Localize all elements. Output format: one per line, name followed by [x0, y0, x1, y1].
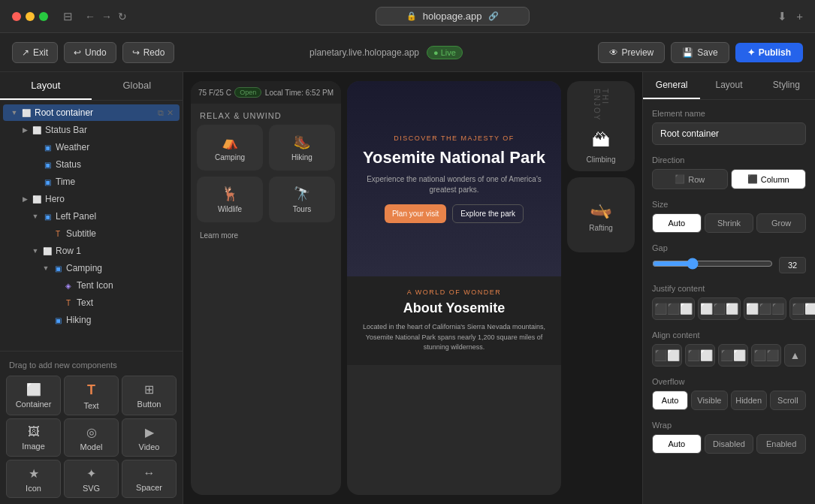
- size-grow-button[interactable]: Grow: [756, 213, 806, 233]
- tab-global[interactable]: Global: [92, 72, 183, 100]
- grid-item-tours: 🔭 Tours: [269, 177, 335, 222]
- gap-slider[interactable]: [652, 258, 773, 270]
- frame-icon: ▣: [53, 315, 63, 325]
- component-text[interactable]: T Text: [64, 376, 119, 415]
- component-model[interactable]: ◎ Model: [64, 418, 119, 457]
- save-button[interactable]: 💾 Save: [671, 42, 729, 63]
- close-traffic-light[interactable]: [12, 12, 21, 21]
- sidebar-item-status[interactable]: ▣ Status: [3, 156, 180, 173]
- tab-styling[interactable]: Styling: [758, 72, 815, 99]
- toolbar: ↗ Exit ↩ Undo ↪ Redo planetary.live.holo…: [0, 33, 815, 72]
- maximize-traffic-light[interactable]: [39, 12, 48, 21]
- frame-icon: ▣: [42, 211, 53, 222]
- tab-layout[interactable]: Layout: [700, 72, 757, 99]
- publish-button[interactable]: ✦ Publish: [735, 43, 803, 62]
- justify-start-button[interactable]: ⬛⬛⬜: [652, 297, 695, 320]
- tours-icon: 🔭: [294, 186, 310, 202]
- text-icon: T: [63, 297, 74, 308]
- hero-buttons: Plan your visit Explore the park: [385, 204, 524, 223]
- back-button[interactable]: ←: [85, 11, 95, 23]
- wrap-disabled-button[interactable]: Disabled: [705, 434, 754, 454]
- component-label: Model: [80, 442, 103, 451]
- component-video[interactable]: ▶ Video: [122, 418, 177, 457]
- canvas-right-col: ENJOY THI 🏔 Climbing 🛶 Rafting: [567, 81, 635, 495]
- align-baseline-button[interactable]: ▲: [784, 344, 806, 367]
- climbing-label: Climbing: [587, 155, 616, 164]
- wildlife-icon: 🦌: [222, 186, 238, 202]
- new-tab-icon[interactable]: +: [796, 10, 803, 23]
- video-comp-icon: ▶: [145, 425, 154, 439]
- undo-button[interactable]: ↩ Undo: [64, 42, 116, 63]
- align-center-button[interactable]: ⬛⬜: [685, 344, 715, 367]
- align-stretch-button[interactable]: ⬛⬛: [751, 344, 781, 367]
- about-subtitle: A WORLD OF WONDER: [359, 288, 549, 296]
- plan-visit-button[interactable]: Plan your visit: [385, 204, 446, 223]
- align-start-button[interactable]: ⬛⬜: [652, 344, 682, 367]
- align-end-button[interactable]: ⬛⬜: [718, 344, 748, 367]
- address-bar[interactable]: 🔒 holopage.app 🔗: [376, 7, 530, 26]
- direction-group: Direction ⬛ Row ⬛ Column: [652, 155, 806, 189]
- sidebar-item-weather[interactable]: ▣ Weather: [3, 139, 180, 155]
- component-image[interactable]: 🖼 Image: [6, 418, 61, 457]
- overflow-scroll-button[interactable]: Scroll: [770, 391, 806, 410]
- item-label: Text: [77, 297, 93, 308]
- relax-text: RELAX & UNWIND: [191, 104, 341, 125]
- element-name-input[interactable]: [652, 122, 806, 145]
- align-buttons: ⬛⬜ ⬛⬜ ⬛⬜ ⬛⬛ ▲: [652, 344, 806, 367]
- frame-icon: ▣: [42, 177, 53, 187]
- component-label: SVG: [83, 484, 100, 493]
- sidebar-item-root[interactable]: ▼ ⬜ Root container ⧉ ✕: [3, 104, 180, 121]
- component-button[interactable]: ⊞ Button: [122, 376, 177, 415]
- tree-actions: ⧉ ✕: [158, 108, 174, 118]
- component-svg[interactable]: ✦ SVG: [64, 460, 119, 498]
- gap-value[interactable]: 32: [779, 257, 806, 273]
- sidebar-item-hiking[interactable]: ▣ Hiking: [3, 312, 180, 328]
- justify-end-button[interactable]: ⬜⬛⬛: [744, 297, 786, 320]
- sidebar-item-row1[interactable]: ▼ ⬜ Row 1: [3, 243, 180, 259]
- components-grid: ⬜ Container T Text ⊞ Button 🖼 Image ◎: [6, 376, 177, 498]
- link-icon: 🔗: [488, 11, 499, 21]
- forward-button[interactable]: →: [101, 11, 112, 23]
- tab-general[interactable]: General: [643, 72, 700, 99]
- sidebar-item-status-bar[interactable]: ▶ ⬜ Status Bar: [3, 122, 180, 138]
- wrap-enabled-button[interactable]: Enabled: [756, 434, 806, 454]
- refresh-button[interactable]: ↻: [118, 11, 127, 23]
- component-container[interactable]: ⬜ Container: [6, 376, 61, 415]
- direction-row-button[interactable]: ⬛ Row: [652, 169, 728, 189]
- sidebar-tabs: Layout Global: [0, 72, 183, 101]
- download-icon[interactable]: ⬇: [777, 10, 787, 23]
- overflow-hidden-button[interactable]: Hidden: [731, 391, 767, 410]
- sidebar-item-text[interactable]: T Text: [3, 294, 180, 311]
- exit-button[interactable]: ↗ Exit: [12, 42, 58, 63]
- component-spacer[interactable]: ↔ Spacer: [122, 460, 177, 498]
- titlebar-sidebar-icon[interactable]: ⊟: [63, 10, 73, 23]
- overflow-visible-button[interactable]: Visible: [691, 391, 727, 410]
- size-auto-button[interactable]: Auto: [652, 213, 702, 233]
- sidebar-item-tent-icon[interactable]: ◈ Tent Icon: [3, 277, 180, 294]
- size-shrink-button[interactable]: Shrink: [705, 213, 754, 233]
- explore-park-button[interactable]: Explore the park: [452, 204, 524, 223]
- minimize-traffic-light[interactable]: [26, 12, 35, 21]
- justify-center-button[interactable]: ⬜⬛⬜: [698, 297, 741, 320]
- sidebar-item-subtitle[interactable]: T Subtitle: [3, 225, 180, 242]
- redo-icon: ↪: [132, 47, 140, 58]
- redo-button[interactable]: ↪ Redo: [122, 42, 175, 63]
- delete-icon[interactable]: ✕: [167, 108, 174, 118]
- open-badge: Open: [234, 87, 261, 98]
- wrap-auto-button[interactable]: Auto: [652, 434, 702, 454]
- component-icon[interactable]: ★ Icon: [6, 460, 61, 498]
- overflow-auto-button[interactable]: Auto: [652, 391, 688, 410]
- sidebar-item-hero[interactable]: ▶ ⬜ Hero: [3, 191, 180, 207]
- item-label: Root container: [35, 107, 93, 118]
- item-label: Subtitle: [66, 228, 96, 239]
- column-label: Column: [761, 175, 789, 184]
- copy-icon[interactable]: ⧉: [158, 108, 164, 118]
- sidebar-item-camping[interactable]: ▼ ▣ Camping: [3, 260, 180, 276]
- component-label: Icon: [26, 484, 41, 493]
- sidebar-item-left-panel[interactable]: ▼ ▣ Left Panel: [3, 208, 180, 225]
- justify-space-between-button[interactable]: ⬛⬜⬛: [789, 297, 815, 320]
- direction-column-button[interactable]: ⬛ Column: [731, 169, 807, 189]
- sidebar-item-time[interactable]: ▣ Time: [3, 174, 180, 190]
- tab-layout[interactable]: Layout: [0, 72, 92, 100]
- preview-button[interactable]: 👁 Preview: [598, 42, 666, 63]
